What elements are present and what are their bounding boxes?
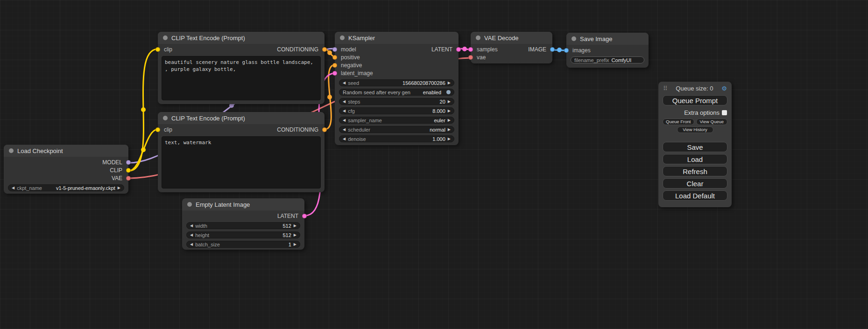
view-history-button[interactable]: View History [677,126,713,133]
next-value-arrow-icon[interactable]: ▶ [448,128,451,132]
collapse-dot-icon[interactable] [572,36,576,41]
extra-options-label: Extra options [684,109,720,116]
widget-filename-prefix[interactable]: filename_prefix ComfyUI [571,56,644,63]
output-slot-latent-dot[interactable] [302,214,307,218]
node-graph-canvas[interactable]: Load Checkpoint MODEL CLIP VAE ◀ ckpt_na… [0,0,868,329]
load-default-button[interactable]: Load Default [663,190,727,201]
collapse-dot-icon[interactable] [187,202,192,207]
node-title-bar[interactable]: VAE Decode [471,32,552,44]
next-value-arrow-icon[interactable]: ▶ [118,186,120,190]
node-title-text: Load Checkpoint [17,147,63,154]
prompt-textarea[interactable]: beautiful scenery nature glass bottle la… [162,56,321,100]
widget-seed[interactable]: ◀ seed 156680208700286 ▶ [339,79,454,86]
widget-value: 512 [282,223,291,229]
node-title-bar[interactable]: Empty Latent Image [182,198,304,210]
increment-arrow-icon[interactable]: ▶ [448,137,451,141]
collapse-dot-icon[interactable] [340,35,345,40]
widget-batch-size[interactable]: ◀ batch_size 1 ▶ [186,241,300,248]
increment-arrow-icon[interactable]: ▶ [448,109,451,113]
widget-steps[interactable]: ◀ steps 20 ▶ [339,98,454,105]
widget-sampler-name[interactable]: ◀ sampler_name euler ▶ [339,117,454,124]
input-slot-clip-dot[interactable] [155,127,160,132]
decrement-arrow-icon[interactable]: ◀ [343,100,346,104]
refresh-button[interactable]: Refresh [663,166,727,176]
input-slot-samples-dot[interactable] [468,47,473,52]
input-label: positive [341,54,360,61]
input-slot-negative-dot[interactable] [332,63,337,68]
widget-ckpt-name[interactable]: ◀ ckpt_name v1-5-pruned-emaonly.ckpt ▶ [8,184,124,191]
view-queue-button[interactable]: View Queue [696,119,728,125]
node-title-bar[interactable]: CLIP Text Encode (Prompt) [158,32,325,44]
increment-arrow-icon[interactable]: ▶ [294,233,296,237]
prev-value-arrow-icon[interactable]: ◀ [343,128,346,132]
decrement-arrow-icon[interactable]: ◀ [343,109,346,113]
increment-arrow-icon[interactable]: ▶ [294,243,296,246]
input-label: latent_image [341,70,373,77]
collapse-dot-icon[interactable] [9,148,14,153]
toggle-knob-icon[interactable] [446,90,451,94]
collapse-dot-icon[interactable] [476,35,480,40]
input-label: clip [164,126,172,133]
output-slot-clip-dot[interactable] [126,168,131,173]
decrement-arrow-icon[interactable]: ◀ [343,81,346,85]
collapse-dot-icon[interactable] [163,35,168,40]
decrement-arrow-icon[interactable]: ◀ [343,137,346,141]
input-slot-model-dot[interactable] [332,47,337,52]
queue-prompt-button[interactable]: Queue Prompt [663,95,727,105]
node-title-bar[interactable]: Load Checkpoint [4,145,128,157]
widget-value: normal [430,127,445,133]
output-slot-conditioning-dot[interactable] [322,47,327,52]
prev-value-arrow-icon[interactable]: ◀ [343,119,346,122]
node-load-checkpoint[interactable]: Load Checkpoint MODEL CLIP VAE ◀ ckpt_na… [4,145,128,194]
output-slot-image-dot[interactable] [550,47,555,52]
widget-height[interactable]: ◀ height 512 ▶ [186,231,300,238]
input-slot-images-dot[interactable] [564,48,569,53]
node-vae-decode[interactable]: VAE Decode samples IMAGE vae [471,32,552,63]
output-slot-model-dot[interactable] [126,160,131,165]
widget-label: seed [348,80,359,86]
widget-scheduler[interactable]: ◀ scheduler normal ▶ [339,126,454,133]
widget-denoise[interactable]: ◀ denoise 1.000 ▶ [339,135,454,142]
settings-gear-icon[interactable]: ⚙ [721,85,727,92]
clear-button[interactable]: Clear [663,178,727,189]
node-clip-text-encode-positive[interactable]: CLIP Text Encode (Prompt) clip CONDITION… [158,32,325,104]
node-ksampler[interactable]: KSampler model LATENT positive negative … [335,32,459,145]
node-title-bar[interactable]: KSampler [335,32,459,44]
collapse-dot-icon[interactable] [163,116,168,120]
increment-arrow-icon[interactable]: ▶ [294,224,296,228]
output-label: MODEL [102,159,122,166]
decrement-arrow-icon[interactable]: ◀ [190,243,193,246]
increment-arrow-icon[interactable]: ▶ [448,81,451,85]
drag-handle-icon[interactable]: ⠿ [663,85,668,92]
prompt-textarea[interactable]: text, watermark [162,136,321,189]
output-row-vae: VAE [4,174,128,182]
extra-options-checkbox[interactable] [722,110,727,115]
prev-value-arrow-icon[interactable]: ◀ [12,186,14,190]
output-slot-conditioning-dot[interactable] [322,127,327,132]
decrement-arrow-icon[interactable]: ◀ [190,233,193,237]
input-slot-vae-dot[interactable] [468,55,473,60]
output-slot-latent-dot[interactable] [456,47,461,52]
output-slot-vae-dot[interactable] [126,176,131,181]
node-title-bar[interactable]: CLIP Text Encode (Prompt) [158,112,325,124]
decrement-arrow-icon[interactable]: ◀ [190,224,193,228]
widget-cfg[interactable]: ◀ cfg 8.000 ▶ [339,107,454,114]
load-button[interactable]: Load [663,154,727,164]
node-empty-latent-image[interactable]: Empty Latent Image LATENT ◀ width 512 ▶ … [182,198,304,250]
widget-width[interactable]: ◀ width 512 ▶ [186,222,300,229]
widget-label: filename_prefix [574,57,609,63]
node-title-bar[interactable]: Save Image [566,33,649,45]
input-slot-latent-image-dot[interactable] [332,71,337,76]
save-button[interactable]: Save [663,142,727,152]
slot-row-positive: positive [335,53,459,61]
input-slot-positive-dot[interactable] [332,55,337,60]
next-value-arrow-icon[interactable]: ▶ [448,119,451,122]
input-slot-clip-dot[interactable] [155,47,160,52]
widget-label: steps [348,99,360,105]
output-label: CONDITIONING [277,126,318,133]
queue-front-button[interactable]: Queue Front [663,119,694,125]
increment-arrow-icon[interactable]: ▶ [448,100,451,104]
node-clip-text-encode-negative[interactable]: CLIP Text Encode (Prompt) clip CONDITION… [158,112,325,192]
node-save-image[interactable]: Save Image images filename_prefix ComfyU… [566,33,649,68]
widget-random-seed-toggle[interactable]: Random seed after every gen enabled [339,89,454,96]
